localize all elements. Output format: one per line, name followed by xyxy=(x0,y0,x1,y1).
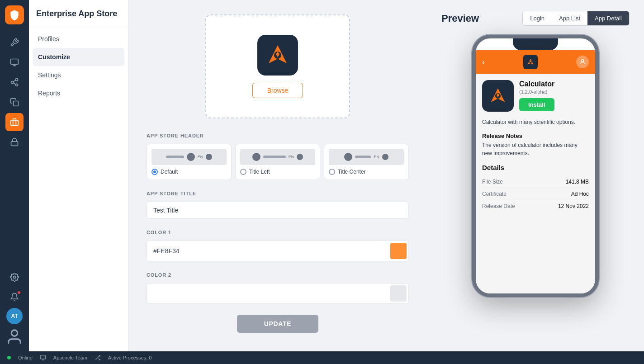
app-body: Calculator (1.2.0-alpha) Install Calcula… xyxy=(476,74,595,293)
header-option-title-center[interactable]: EN Title Center xyxy=(324,144,409,180)
app-logo[interactable] xyxy=(5,5,24,24)
tab-app-list[interactable]: App List xyxy=(552,11,587,25)
nav-item-distribute[interactable] xyxy=(5,73,24,91)
nav-item-lock[interactable] xyxy=(5,133,24,151)
release-notes-text: The version of calculator includes many … xyxy=(482,141,589,157)
preview-circle-2 xyxy=(206,154,212,160)
back-icon: ‹ xyxy=(482,57,485,67)
radio-title-left: Title Left xyxy=(240,169,315,175)
header-preview-title-left: EN xyxy=(240,149,315,165)
sidebar-item-reports[interactable]: Reports xyxy=(29,84,128,102)
preview-bar-1 xyxy=(166,156,184,158)
radio-title-center: Title Center xyxy=(329,169,404,175)
preview-text-en-2: EN xyxy=(289,155,294,159)
header-logo-icon xyxy=(526,57,535,66)
preview-panel: Preview Login App List App Detail ‹ xyxy=(427,0,644,351)
sidebar: Enterprise App Store Profiles Customize … xyxy=(29,0,128,351)
section-title-label: APP STORE TITLE xyxy=(147,191,409,196)
preview-circle-5 xyxy=(344,153,352,161)
color2-section: COLOR 2 xyxy=(147,272,409,304)
preview-text-en-1: EN xyxy=(198,155,204,159)
sidebar-item-profiles[interactable]: Profiles xyxy=(29,30,128,48)
preview-bar-2 xyxy=(263,156,286,158)
app-logo-preview-icon xyxy=(264,42,291,69)
gear-icon xyxy=(10,273,19,282)
status-bar: Online Appcircle Team Active Processes: … xyxy=(0,351,644,364)
monitor-icon xyxy=(10,58,19,67)
nav-item-user[interactable] xyxy=(5,328,24,346)
briefcase-icon xyxy=(10,118,19,127)
header-option-default[interactable]: EN Default xyxy=(147,144,232,180)
detail-row-filesize: File Size 141.8 MB xyxy=(482,176,589,188)
app-header-logo xyxy=(523,55,538,69)
radio-dot-title-center xyxy=(329,169,335,175)
header-options: EN Default EN xyxy=(147,144,409,180)
detail-val-filesize: 141.8 MB xyxy=(566,179,589,185)
preview-tabs: Login App List App Detail xyxy=(522,11,630,26)
nav-item-build[interactable] xyxy=(5,33,24,52)
svg-rect-0 xyxy=(11,59,19,65)
hammer-icon xyxy=(10,38,19,47)
svg-point-12 xyxy=(11,330,17,336)
color2-input-row xyxy=(147,283,409,304)
team-label: Appcircle Team xyxy=(53,355,87,360)
color1-input[interactable] xyxy=(147,243,388,259)
sidebar-nav: Profiles Customize Settings Reports xyxy=(29,26,128,106)
user-avatar[interactable]: AT xyxy=(6,308,23,324)
radio-default: Default xyxy=(152,169,227,175)
preview-circle-6 xyxy=(382,154,388,160)
share-icon xyxy=(10,78,19,87)
details-title: Details xyxy=(482,164,589,171)
app-description: Calculator with many scientific options. xyxy=(482,118,589,126)
header-preview-default: EN xyxy=(152,149,227,165)
preview-circle-1 xyxy=(187,153,195,161)
nav-item-bell[interactable] xyxy=(5,288,24,306)
app-store-title-input[interactable] xyxy=(147,202,409,219)
option-title-center-label: Title Center xyxy=(338,169,366,175)
color2-swatch[interactable] xyxy=(390,285,407,302)
nav-item-gear[interactable] xyxy=(5,268,24,286)
online-dot xyxy=(7,356,11,359)
phone-screen: ‹ xyxy=(476,50,595,293)
center-panel: Browse APP STORE HEADER EN xyxy=(128,0,427,351)
lock-icon xyxy=(10,137,19,147)
app-nav-header: ‹ xyxy=(476,50,595,74)
color1-section: COLOR 1 xyxy=(147,230,409,261)
header-option-title-left[interactable]: EN Title Left xyxy=(235,144,320,180)
detail-key-release: Release Date xyxy=(482,203,515,209)
app-info-row: Calculator (1.2.0-alpha) Install xyxy=(482,80,589,112)
svg-rect-10 xyxy=(11,142,18,146)
sidebar-item-settings[interactable]: Settings xyxy=(29,66,128,84)
color1-swatch[interactable] xyxy=(390,243,407,259)
tab-login[interactable]: Login xyxy=(523,11,552,25)
app-store-header-section: APP STORE HEADER EN Default xyxy=(147,133,409,180)
svg-rect-17 xyxy=(40,355,46,359)
process-label: Active Processes: 0 xyxy=(108,355,152,360)
color2-input[interactable] xyxy=(147,285,388,302)
preview-circle-4 xyxy=(297,154,303,160)
detail-val-release: 12 Nov 2022 xyxy=(558,203,589,209)
install-button[interactable]: Install xyxy=(519,98,554,111)
nav-item-store[interactable] xyxy=(5,113,24,131)
app-icon-svg xyxy=(488,85,508,106)
svg-rect-8 xyxy=(14,101,19,106)
logo-upload-area[interactable]: Browse xyxy=(205,14,350,118)
copy-icon xyxy=(10,98,19,107)
svg-rect-9 xyxy=(11,120,19,126)
radio-dot-default xyxy=(152,169,158,175)
nav-item-device[interactable] xyxy=(5,53,24,71)
browse-button[interactable]: Browse xyxy=(252,83,303,98)
svg-point-3 xyxy=(16,79,18,81)
nav-item-copy[interactable] xyxy=(5,93,24,111)
app-info: Calculator (1.2.0-alpha) Install xyxy=(519,80,589,112)
update-button[interactable]: UPDATE xyxy=(237,315,319,333)
color2-label: COLOR 2 xyxy=(147,272,409,278)
sidebar-item-customize[interactable]: Customize xyxy=(33,48,124,66)
online-label: Online xyxy=(18,355,33,360)
preview-circle-3 xyxy=(252,153,260,161)
phone-mockup: ‹ xyxy=(472,35,599,297)
svg-line-6 xyxy=(13,83,16,84)
process-icon xyxy=(95,355,101,361)
app-header-user-icon xyxy=(576,56,589,68)
tab-app-detail[interactable]: App Detail xyxy=(587,11,629,25)
